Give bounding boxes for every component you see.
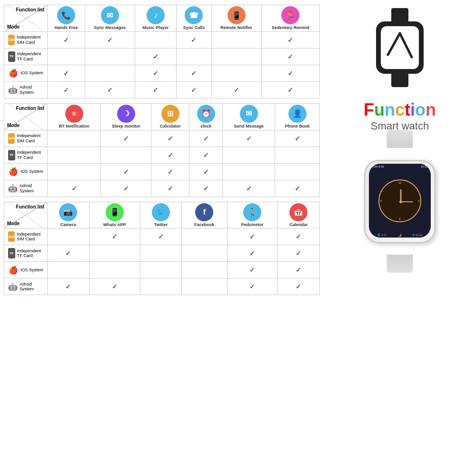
check-cell-0-1-3 xyxy=(177,48,212,65)
check-cell-0-1-4 xyxy=(211,48,261,65)
check-cell-0-3-0: ✓ xyxy=(48,81,85,98)
smart-watch-image: LON 5:09 15:00 12 3 6 9 xyxy=(352,147,447,256)
checkmark: ✓ xyxy=(63,36,69,44)
table-wrapper-2: Function list Mode ≡ BT Notification ☽ S… xyxy=(4,103,320,197)
function-title: Function xyxy=(364,100,436,120)
checkmark: ✓ xyxy=(203,151,209,159)
col-header-1-0: ≡ BT Notification xyxy=(48,103,101,130)
sw-body: LON 5:09 15:00 12 3 6 9 xyxy=(364,160,436,243)
row-icon-ios: 🍎 xyxy=(8,265,19,275)
sw-icon2: 🌙 xyxy=(398,233,401,237)
check-cell-2-0-1: ✓ xyxy=(89,228,140,245)
check-cell-1-0-1: ✓ xyxy=(101,130,151,147)
row-label-0-1: TF Independent TF Card xyxy=(6,50,46,64)
checkmark: ✓ xyxy=(246,185,252,192)
sw-top-bar: LON 5:09 15:00 xyxy=(369,164,431,169)
check-cell-1-3-2: ✓ xyxy=(151,180,189,197)
i-letter: i xyxy=(410,100,415,119)
table-wrapper-3: Function list Mode 📷 Camera 📱 Whats APP … xyxy=(4,202,320,296)
col-label-1-1: Sleep monitor xyxy=(102,124,150,129)
table-row-2-0: SIM Independent SIM Card ✓✓✓✓ xyxy=(4,228,320,245)
check-cell-0-2-1 xyxy=(85,65,135,81)
check-cell-0-0-1: ✓ xyxy=(85,31,135,48)
check-cell-2-1-0: ✓ xyxy=(48,245,89,262)
sw-icon1: 👤 7:27 xyxy=(377,233,387,237)
checkmark: ✓ xyxy=(288,86,293,94)
check-cell-2-3-1: ✓ xyxy=(89,278,140,295)
col-icon-1-4: ✉ xyxy=(240,105,258,123)
checkmark: ✓ xyxy=(246,135,252,142)
col-label-0-3: Sync Calls xyxy=(178,25,210,30)
col-header-0-2: ♪ Music Player xyxy=(135,5,176,32)
col-label-0-1: Sync Messages xyxy=(86,25,134,30)
check-cell-0-0-5: ✓ xyxy=(261,31,319,48)
t-letter: t xyxy=(405,100,410,119)
check-cell-1-3-1: ✓ xyxy=(101,180,151,197)
row-icon-tf: TF xyxy=(8,150,15,160)
svg-line-2 xyxy=(9,202,43,228)
check-cell-2-1-4: ✓ xyxy=(227,245,278,262)
left-panel: Function list Mode 📞 Hands Free ✉ Sync M… xyxy=(0,0,324,476)
check-cell-0-1-5: ✓ xyxy=(261,48,319,65)
col-icon-0-1: ✉ xyxy=(101,6,119,24)
col-label-2-1: Whats APP xyxy=(90,222,139,228)
col-header-1-1: ☽ Sleep monitor xyxy=(101,103,151,130)
check-cell-1-0-4: ✓ xyxy=(223,130,275,147)
check-cell-1-1-0 xyxy=(48,147,101,163)
col-header-2-5: 📅 Calendar xyxy=(278,202,320,228)
checkmark: ✓ xyxy=(123,185,129,192)
checkmark: ✓ xyxy=(296,283,301,290)
function-table-2: Function list Mode ≡ BT Notification ☽ S… xyxy=(4,103,320,197)
checkmark: ✓ xyxy=(65,283,71,290)
watch-body xyxy=(376,21,424,74)
check-cell-1-2-4 xyxy=(223,163,275,180)
check-cell-0-2-0: ✓ xyxy=(48,65,85,81)
checkmark: ✓ xyxy=(296,233,301,240)
check-cell-2-3-5: ✓ xyxy=(278,278,320,295)
col-label-0-0: Hands Free xyxy=(49,25,84,30)
col-header-2-0: 📷 Camera xyxy=(48,202,89,228)
sw-clock-circle: 12 3 6 9 xyxy=(378,179,421,222)
col-icon-1-5: 👤 xyxy=(288,105,307,123)
row-icon-tf: TF xyxy=(8,51,15,62)
check-cell-0-1-0 xyxy=(48,48,85,65)
row-label-1-3: 🤖 Adroid System xyxy=(6,181,46,196)
col-icon-2-3: f xyxy=(195,203,213,221)
sw-clock-face: 12 3 6 9 xyxy=(369,169,431,232)
table-row-2-2: 🍎 IOS System ✓✓ xyxy=(4,262,320,278)
check-cell-1-3-0: ✓ xyxy=(48,180,101,197)
checkmark: ✓ xyxy=(191,69,197,77)
checkmark: ✓ xyxy=(168,185,173,192)
row-label-2-2: 🍎 IOS System xyxy=(6,263,46,277)
col-label-2-3: Facebook xyxy=(183,222,226,228)
function-label-group: Function Smart watch xyxy=(364,100,436,132)
check-cell-2-0-4: ✓ xyxy=(227,228,278,245)
checkmark: ✓ xyxy=(112,233,118,240)
col-header-0-1: ✉ Sync Messages xyxy=(85,5,135,32)
c-letter: c xyxy=(395,100,405,119)
col-label-2-5: Calendar xyxy=(278,222,318,228)
check-cell-1-1-4 xyxy=(223,147,275,163)
check-cell-1-0-3: ✓ xyxy=(189,130,223,147)
col-icon-0-4: 📱 xyxy=(228,6,246,24)
watch-strap-bottom xyxy=(391,73,408,87)
svg-line-4 xyxy=(400,33,412,57)
f-letter: F xyxy=(364,100,374,119)
col-icon-2-2: 🐦 xyxy=(152,203,170,221)
check-cell-0-1-2: ✓ xyxy=(135,48,176,65)
row-label-0-3: 🤖 Adroid System xyxy=(6,83,46,97)
check-cell-0-0-2 xyxy=(135,31,176,48)
sw-time: 15:00 xyxy=(421,165,428,168)
col-icon-0-5: 🏃 xyxy=(281,6,299,24)
table-wrapper-1: Function list Mode 📞 Hands Free ✉ Sync M… xyxy=(4,5,320,99)
col-icon-2-0: 📷 xyxy=(59,203,77,221)
check-cell-1-0-2: ✓ xyxy=(151,130,189,147)
check-cell-1-1-1 xyxy=(101,147,151,163)
checkmark: ✓ xyxy=(295,135,300,142)
col-label-0-5: Sedentary Remind xyxy=(263,25,318,30)
checkmark: ✓ xyxy=(71,185,77,192)
checkmark: ✓ xyxy=(158,233,164,240)
row-icon-android: 🤖 xyxy=(8,281,18,292)
row-icon-ios: 🍎 xyxy=(8,167,19,177)
checkmark: ✓ xyxy=(65,249,71,257)
